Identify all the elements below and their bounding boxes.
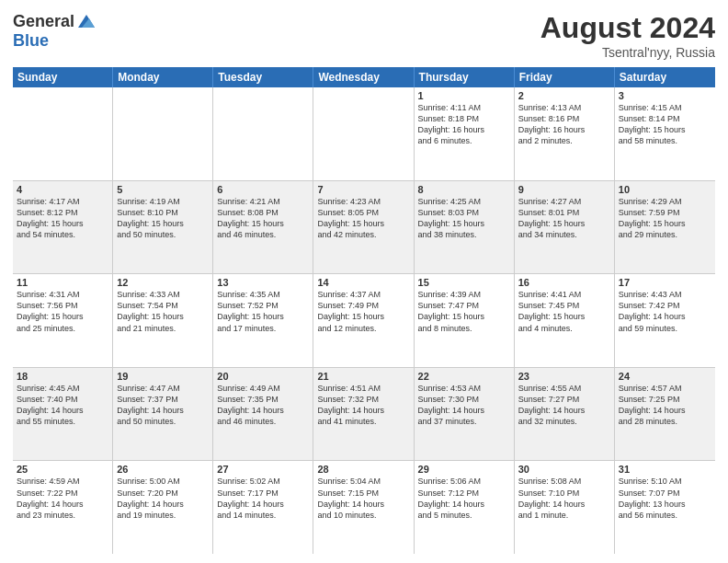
logo-general-text: General bbox=[13, 12, 74, 31]
day-num-11: 11 bbox=[17, 277, 108, 288]
cell-w2-d1: 12Sunrise: 4:33 AM Sunset: 7:54 PM Dayli… bbox=[113, 274, 213, 367]
day-num-25: 25 bbox=[17, 464, 108, 475]
calendar-body: 1Sunrise: 4:11 AM Sunset: 8:18 PM Daylig… bbox=[13, 87, 715, 554]
cell-w1-d2: 6Sunrise: 4:21 AM Sunset: 8:08 PM Daylig… bbox=[213, 181, 313, 274]
cell-text-10: Sunrise: 4:29 AM Sunset: 7:59 PM Dayligh… bbox=[619, 197, 686, 239]
header-thursday: Thursday bbox=[415, 67, 515, 87]
cell-text-9: Sunrise: 4:27 AM Sunset: 8:01 PM Dayligh… bbox=[518, 197, 586, 239]
cell-w2-d0: 11Sunrise: 4:31 AM Sunset: 7:56 PM Dayli… bbox=[13, 274, 113, 367]
cell-text-25: Sunrise: 4:59 AM Sunset: 7:22 PM Dayligh… bbox=[17, 477, 84, 519]
title-block: August 2024 Tsentral'nyy, Russia bbox=[540, 11, 715, 60]
cell-w2-d4: 15Sunrise: 4:39 AM Sunset: 7:47 PM Dayli… bbox=[415, 274, 515, 367]
cell-text-23: Sunrise: 4:55 AM Sunset: 7:27 PM Dayligh… bbox=[518, 384, 586, 426]
cell-text-11: Sunrise: 4:31 AM Sunset: 7:56 PM Dayligh… bbox=[17, 290, 84, 332]
header-monday: Monday bbox=[113, 67, 213, 87]
cell-w4-d3: 28Sunrise: 5:04 AM Sunset: 7:15 PM Dayli… bbox=[313, 461, 414, 554]
cell-text-21: Sunrise: 4:51 AM Sunset: 7:32 PM Dayligh… bbox=[317, 384, 384, 426]
cell-text-3: Sunrise: 4:15 AM Sunset: 8:14 PM Dayligh… bbox=[619, 103, 686, 145]
cell-text-14: Sunrise: 4:37 AM Sunset: 7:49 PM Dayligh… bbox=[317, 290, 384, 332]
subtitle: Tsentral'nyy, Russia bbox=[540, 45, 715, 60]
day-num-5: 5 bbox=[117, 184, 209, 195]
day-num-27: 27 bbox=[217, 464, 309, 475]
cell-text-6: Sunrise: 4:21 AM Sunset: 8:08 PM Dayligh… bbox=[217, 197, 284, 239]
day-num-23: 23 bbox=[518, 371, 610, 382]
cell-text-18: Sunrise: 4:45 AM Sunset: 7:40 PM Dayligh… bbox=[17, 384, 84, 426]
cell-w1-d6: 10Sunrise: 4:29 AM Sunset: 7:59 PM Dayli… bbox=[615, 181, 715, 274]
cell-w1-d1: 5Sunrise: 4:19 AM Sunset: 8:10 PM Daylig… bbox=[113, 181, 213, 274]
cell-text-1: Sunrise: 4:11 AM Sunset: 8:18 PM Dayligh… bbox=[418, 103, 485, 145]
cell-w2-d3: 14Sunrise: 4:37 AM Sunset: 7:49 PM Dayli… bbox=[313, 274, 414, 367]
cell-w0-d3 bbox=[313, 87, 414, 180]
day-num-3: 3 bbox=[619, 90, 711, 101]
cell-text-15: Sunrise: 4:39 AM Sunset: 7:47 PM Dayligh… bbox=[418, 290, 485, 332]
day-num-4: 4 bbox=[17, 184, 108, 195]
day-num-8: 8 bbox=[418, 184, 510, 195]
day-num-21: 21 bbox=[317, 371, 409, 382]
cell-text-24: Sunrise: 4:57 AM Sunset: 7:25 PM Dayligh… bbox=[619, 384, 686, 426]
calendar-header: Sunday Monday Tuesday Wednesday Thursday… bbox=[13, 67, 715, 87]
cell-w3-d3: 21Sunrise: 4:51 AM Sunset: 7:32 PM Dayli… bbox=[313, 368, 414, 461]
cell-w3-d4: 22Sunrise: 4:53 AM Sunset: 7:30 PM Dayli… bbox=[415, 368, 515, 461]
day-num-1: 1 bbox=[418, 90, 510, 101]
day-num-9: 9 bbox=[518, 184, 610, 195]
week-row-2: 11Sunrise: 4:31 AM Sunset: 7:56 PM Dayli… bbox=[13, 274, 715, 368]
cell-text-8: Sunrise: 4:25 AM Sunset: 8:03 PM Dayligh… bbox=[418, 197, 485, 239]
cell-w3-d1: 19Sunrise: 4:47 AM Sunset: 7:37 PM Dayli… bbox=[113, 368, 213, 461]
cell-text-31: Sunrise: 5:10 AM Sunset: 7:07 PM Dayligh… bbox=[619, 477, 686, 519]
week-row-3: 18Sunrise: 4:45 AM Sunset: 7:40 PM Dayli… bbox=[13, 368, 715, 462]
header-saturday: Saturday bbox=[615, 67, 715, 87]
week-row-0: 1Sunrise: 4:11 AM Sunset: 8:18 PM Daylig… bbox=[13, 87, 715, 181]
cell-text-13: Sunrise: 4:35 AM Sunset: 7:52 PM Dayligh… bbox=[217, 290, 284, 332]
day-num-10: 10 bbox=[619, 184, 711, 195]
cell-text-16: Sunrise: 4:41 AM Sunset: 7:45 PM Dayligh… bbox=[518, 290, 586, 332]
logo: General Blue bbox=[13, 11, 97, 51]
day-num-15: 15 bbox=[418, 277, 510, 288]
day-num-12: 12 bbox=[117, 277, 209, 288]
cell-w4-d6: 31Sunrise: 5:10 AM Sunset: 7:07 PM Dayli… bbox=[615, 461, 715, 554]
day-num-6: 6 bbox=[217, 184, 309, 195]
cell-w0-d6: 3Sunrise: 4:15 AM Sunset: 8:14 PM Daylig… bbox=[615, 87, 715, 180]
day-num-14: 14 bbox=[317, 277, 409, 288]
cell-w0-d1 bbox=[113, 87, 213, 180]
day-num-29: 29 bbox=[418, 464, 510, 475]
day-num-13: 13 bbox=[217, 277, 309, 288]
day-num-18: 18 bbox=[17, 371, 108, 382]
day-num-30: 30 bbox=[518, 464, 610, 475]
cell-text-19: Sunrise: 4:47 AM Sunset: 7:37 PM Dayligh… bbox=[117, 384, 184, 426]
header-wednesday: Wednesday bbox=[313, 67, 414, 87]
cell-w0-d4: 1Sunrise: 4:11 AM Sunset: 8:18 PM Daylig… bbox=[415, 87, 515, 180]
cell-w2-d6: 17Sunrise: 4:43 AM Sunset: 7:42 PM Dayli… bbox=[615, 274, 715, 367]
cell-w0-d5: 2Sunrise: 4:13 AM Sunset: 8:16 PM Daylig… bbox=[515, 87, 615, 180]
month-title: August 2024 bbox=[540, 11, 715, 45]
week-row-4: 25Sunrise: 4:59 AM Sunset: 7:22 PM Dayli… bbox=[13, 461, 715, 554]
cell-w1-d4: 8Sunrise: 4:25 AM Sunset: 8:03 PM Daylig… bbox=[415, 181, 515, 274]
cell-w2-d2: 13Sunrise: 4:35 AM Sunset: 7:52 PM Dayli… bbox=[213, 274, 313, 367]
cell-text-12: Sunrise: 4:33 AM Sunset: 7:54 PM Dayligh… bbox=[117, 290, 184, 332]
day-num-16: 16 bbox=[518, 277, 610, 288]
cell-text-2: Sunrise: 4:13 AM Sunset: 8:16 PM Dayligh… bbox=[518, 103, 586, 145]
day-num-2: 2 bbox=[518, 90, 610, 101]
header: General Blue August 2024 Tsentral'nyy, R… bbox=[13, 11, 715, 60]
day-num-20: 20 bbox=[217, 371, 309, 382]
cell-w0-d2 bbox=[213, 87, 313, 180]
cell-text-5: Sunrise: 4:19 AM Sunset: 8:10 PM Dayligh… bbox=[117, 197, 184, 239]
cell-text-29: Sunrise: 5:06 AM Sunset: 7:12 PM Dayligh… bbox=[418, 477, 485, 519]
cell-text-28: Sunrise: 5:04 AM Sunset: 7:15 PM Dayligh… bbox=[317, 477, 384, 519]
cell-w0-d0 bbox=[13, 87, 113, 180]
cell-text-4: Sunrise: 4:17 AM Sunset: 8:12 PM Dayligh… bbox=[17, 197, 84, 239]
week-row-1: 4Sunrise: 4:17 AM Sunset: 8:12 PM Daylig… bbox=[13, 181, 715, 275]
cell-w4-d0: 25Sunrise: 4:59 AM Sunset: 7:22 PM Dayli… bbox=[13, 461, 113, 554]
cell-w4-d1: 26Sunrise: 5:00 AM Sunset: 7:20 PM Dayli… bbox=[113, 461, 213, 554]
day-num-22: 22 bbox=[418, 371, 510, 382]
cell-text-27: Sunrise: 5:02 AM Sunset: 7:17 PM Dayligh… bbox=[217, 477, 284, 519]
cell-text-22: Sunrise: 4:53 AM Sunset: 7:30 PM Dayligh… bbox=[418, 384, 485, 426]
day-num-17: 17 bbox=[619, 277, 711, 288]
cell-w1-d0: 4Sunrise: 4:17 AM Sunset: 8:12 PM Daylig… bbox=[13, 181, 113, 274]
logo-blue-text: Blue bbox=[13, 31, 49, 50]
header-sunday: Sunday bbox=[13, 67, 113, 87]
page: General Blue August 2024 Tsentral'nyy, R… bbox=[0, 0, 728, 563]
cell-text-7: Sunrise: 4:23 AM Sunset: 8:05 PM Dayligh… bbox=[317, 197, 384, 239]
calendar: Sunday Monday Tuesday Wednesday Thursday… bbox=[13, 67, 715, 554]
cell-w4-d4: 29Sunrise: 5:06 AM Sunset: 7:12 PM Dayli… bbox=[415, 461, 515, 554]
cell-text-20: Sunrise: 4:49 AM Sunset: 7:35 PM Dayligh… bbox=[217, 384, 284, 426]
